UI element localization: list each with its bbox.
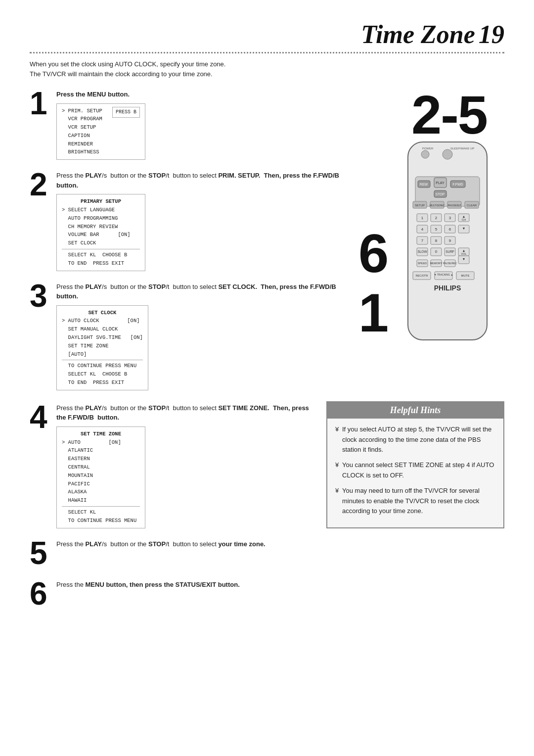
svg-text:6: 6 bbox=[449, 227, 451, 232]
svg-text:F.FWD: F.FWD bbox=[452, 183, 463, 186]
bottom-left: 4 Press the PLAY/s button or the STOP/t … bbox=[30, 401, 316, 618]
svg-text:PHILIPS: PHILIPS bbox=[434, 284, 461, 292]
step-4-instruction: Press the PLAY/s button or the STOP/t bu… bbox=[56, 403, 316, 423]
svg-text:8: 8 bbox=[435, 238, 438, 243]
right-column: 2-5 SLEEP/WAKE UP POWER bbox=[351, 88, 504, 399]
step-1-instruction: Press the MENU button. bbox=[56, 90, 341, 99]
svg-text:MULTISONiC: MULTISONiC bbox=[430, 204, 445, 207]
helpful-hints-title: Helpful Hints bbox=[327, 402, 503, 419]
step-1-block: 1 Press the MENU button. > PRIM. SETUP V… bbox=[30, 88, 341, 160]
svg-text:▲: ▲ bbox=[462, 215, 466, 218]
svg-text:REW: REW bbox=[420, 183, 428, 186]
svg-text:3: 3 bbox=[449, 216, 451, 220]
step-2-content: Press the PLAY/s button or the STOP/t bu… bbox=[56, 169, 341, 271]
step-4-content: Press the PLAY/s button or the STOP/t bu… bbox=[56, 401, 316, 528]
step-6-block: 6 Press the MENU button, then press the … bbox=[30, 578, 316, 610]
helpful-hints-body: If you select AUTO at step 5, the TV/VCR… bbox=[327, 419, 503, 527]
remote-control: SLEEP/WAKE UP POWER REW PLAY F.FWD bbox=[398, 137, 497, 346]
step-6-instruction: Press the MENU button, then press the ST… bbox=[56, 580, 316, 590]
svg-point-5 bbox=[421, 150, 429, 158]
svg-text:9: 9 bbox=[449, 238, 451, 243]
step-2-number: 2 bbox=[30, 169, 49, 200]
step-6-content: Press the MENU button, then press the ST… bbox=[56, 578, 316, 594]
step-1-number: 1 bbox=[30, 88, 49, 119]
page-number: 19 bbox=[479, 20, 504, 49]
svg-text:5: 5 bbox=[435, 227, 438, 232]
bottom-section: 4 Press the PLAY/s button or the STOP/t … bbox=[30, 401, 504, 618]
title-area: Time Zone 19 bbox=[30, 20, 504, 49]
svg-text:SETUP: SETUP bbox=[415, 204, 425, 207]
svg-point-2 bbox=[443, 149, 452, 159]
step-3-block: 3 Press the PLAY/s button or the STOP/t … bbox=[30, 280, 341, 390]
bottom-right: Helpful Hints If you select AUTO at step… bbox=[326, 401, 504, 618]
intro-line-1: When you set the clock using AUTO CLOCK,… bbox=[30, 59, 504, 69]
step-3-screen: SET CLOCK > AUTO CLOCK [ON] SET MANUAL C… bbox=[56, 305, 148, 390]
step-6-number: 6 bbox=[30, 578, 49, 610]
step-1-content: Press the MENU button. > PRIM. SETUP VCR… bbox=[56, 88, 341, 160]
svg-text:CLEAR: CLEAR bbox=[467, 204, 477, 207]
svg-text:2: 2 bbox=[435, 216, 438, 220]
svg-text:VOL: VOL bbox=[461, 252, 466, 255]
svg-text:SPEED: SPEED bbox=[418, 262, 427, 265]
step-3-number: 3 bbox=[30, 280, 49, 312]
dot-separator bbox=[30, 52, 504, 53]
svg-text:SLOW: SLOW bbox=[417, 250, 427, 253]
intro-text: When you set the clock using AUTO CLOCK,… bbox=[30, 59, 504, 79]
svg-text:1: 1 bbox=[421, 216, 424, 220]
svg-text:0: 0 bbox=[435, 249, 438, 254]
step-5-instruction: Press the PLAY/s button or the STOP/t bu… bbox=[56, 539, 316, 549]
step-3-content: Press the PLAY/s button or the STOP/t bu… bbox=[56, 280, 341, 390]
step-3-instruction: Press the PLAY/s button or the STOP/t bu… bbox=[56, 282, 341, 301]
step-5-number: 5 bbox=[30, 537, 49, 569]
left-column: 1 Press the MENU button. > PRIM. SETUP V… bbox=[30, 88, 341, 399]
intro-line-2: The TV/VCR will maintain the clock accor… bbox=[30, 69, 504, 79]
svg-text:▼ TRACKING ▲: ▼ TRACKING ▲ bbox=[434, 273, 453, 276]
svg-text:7: 7 bbox=[421, 238, 424, 243]
svg-text:CH: CH bbox=[462, 218, 466, 221]
svg-text:POWER: POWER bbox=[422, 147, 434, 150]
step-4-number: 4 bbox=[30, 401, 49, 433]
helpful-hints-box: Helpful Hints If you select AUTO at step… bbox=[326, 401, 504, 528]
big-number-6: 6 bbox=[358, 226, 389, 281]
svg-text:PAUSE/REC: PAUSE/REC bbox=[443, 262, 457, 265]
svg-text:▼: ▼ bbox=[462, 257, 466, 261]
hint-item-3: You may need to turn off the TV/VCR for … bbox=[335, 486, 495, 517]
page-title: Time Zone bbox=[361, 20, 475, 49]
svg-text:MEMORY: MEMORY bbox=[430, 262, 443, 265]
step-1-screen: > PRIM. SETUP VCR PROGRAM VCR SETUP CAPT… bbox=[56, 103, 145, 160]
svg-text:MUTE: MUTE bbox=[461, 274, 470, 277]
svg-text:▲: ▲ bbox=[462, 249, 466, 252]
big-number-25: 2-5 bbox=[411, 88, 487, 142]
big-number-1: 1 bbox=[358, 285, 389, 340]
svg-text:▼: ▼ bbox=[462, 227, 466, 230]
step-5-block: 5 Press the PLAY/s button or the STOP/t … bbox=[30, 537, 316, 569]
step-4-screen: SET TIME ZONE > AUTO [ON] ATLANTIC EASTE… bbox=[56, 426, 145, 528]
main-layout: 1 Press the MENU button. > PRIM. SETUP V… bbox=[30, 88, 504, 399]
svg-text:SURF: SURF bbox=[445, 250, 454, 253]
right-numbers-area: 2-5 SLEEP/WAKE UP POWER bbox=[358, 88, 497, 384]
svg-text:PLAY: PLAY bbox=[436, 181, 445, 185]
svg-text:STOP: STOP bbox=[436, 192, 445, 196]
step-2-block: 2 Press the PLAY/s button or the STOP/t … bbox=[30, 169, 341, 271]
page: Time Zone 19 When you set the clock usin… bbox=[0, 0, 534, 756]
step-2-screen: PRIMARY SETUP > SELECT LANGUAGE AUTO PRO… bbox=[56, 194, 145, 271]
step-4-block: 4 Press the PLAY/s button or the STOP/t … bbox=[30, 401, 316, 528]
svg-text:PAUSE/EZ: PAUSE/EZ bbox=[448, 204, 461, 207]
svg-text:REC/OTR: REC/OTR bbox=[416, 274, 428, 277]
hint-item-2: You cannot select SET TIME ZONE at step … bbox=[335, 460, 495, 481]
hint-item-1: If you select AUTO at step 5, the TV/VCR… bbox=[335, 425, 495, 455]
step-5-content: Press the PLAY/s button or the STOP/t bu… bbox=[56, 537, 316, 553]
svg-text:4: 4 bbox=[421, 227, 424, 232]
svg-text:SLEEP/WAKE UP: SLEEP/WAKE UP bbox=[450, 147, 474, 150]
step-2-instruction: Press the PLAY/s button or the STOP/t bu… bbox=[56, 171, 341, 190]
